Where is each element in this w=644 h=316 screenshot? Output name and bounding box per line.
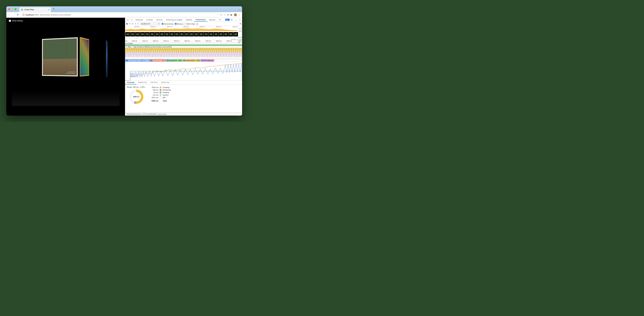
browser-tab[interactable]: Cover Flow × [19,7,51,12]
disclosure-icon[interactable] [126,46,127,48]
tab-summary[interactable]: Summary [125,81,136,84]
trash-icon[interactable]: 🗑 [196,23,198,25]
titlebar: Cover Flow × + ⌄ [6,6,242,12]
frame-thumb[interactable] [170,32,174,37]
inspect-icon[interactable]: ◱ [126,19,130,21]
legend-row: 2832 msScripting [149,86,171,89]
info-icon[interactable]: ⓘ [22,14,24,16]
filmstrip[interactable] [125,32,242,37]
frame-thumb[interactable] [140,32,145,37]
overview-ruler: 1000 ms 2000 ms 3000 ms 4000 ms 5000 ms … [125,26,242,28]
kebab-icon[interactable]: ⋮ [238,14,240,16]
frame-thumb[interactable] [150,32,154,37]
extensions-icon[interactable]: ✦ [227,14,229,16]
device-icon[interactable]: ▢ [130,19,134,21]
chevron-down-icon[interactable]: ⌄ [238,8,240,10]
coverflow-stage[interactable] [12,35,120,98]
close-icon[interactable]: × [238,19,242,21]
show-debug-toggle[interactable]: Show Debug [9,20,23,22]
frame-thumb[interactable] [125,32,130,37]
back-icon[interactable]: ← [8,14,10,16]
frame-thumb[interactable] [130,32,135,37]
counter-gpu[interactable]: GPU Memory [201,59,214,62]
show-debug-checkbox[interactable] [9,20,11,22]
profile-select[interactable]: localhost #1▾ [140,23,160,25]
gear-icon[interactable]: ⚙ [240,23,241,25]
page-viewport[interactable]: Show Debug [6,18,125,116]
frame-thumb[interactable] [194,32,199,37]
frame-thumb[interactable] [155,32,160,37]
frame-thumb[interactable] [184,32,189,37]
tab-sources[interactable]: Sources [154,18,164,22]
share-icon[interactable]: ⇪ [220,14,222,16]
screenshots-toggle[interactable]: Screenshots [162,23,174,25]
kebab-icon[interactable]: ⋮ [234,19,238,21]
tab-calltree[interactable]: Call Tree [148,81,159,84]
tab-console[interactable]: Console [145,18,154,22]
close-icon[interactable] [8,8,10,10]
frame-thumb[interactable] [174,32,179,37]
zoom-icon[interactable] [14,8,16,10]
memory-toggle[interactable]: Memory [175,23,184,25]
frame-thumb[interactable] [218,32,223,37]
tab-bottomup[interactable]: Bottom-Up [136,81,148,84]
cpu-chart [125,28,237,31]
frame-thumb[interactable] [209,32,214,37]
frame-thumb[interactable] [135,32,140,37]
frame-thumb[interactable] [160,32,164,37]
panel-icon[interactable]: ◧ [230,14,232,16]
frames-track[interactable]: Frames [125,43,242,46]
upload-icon[interactable]: ↥ [134,23,136,25]
frame-thumb[interactable] [179,32,184,37]
frame-thumb[interactable] [233,32,238,37]
frame-thumb[interactable] [204,32,208,37]
issues-badge[interactable]: ▤ 1 [225,19,230,21]
cover-main[interactable] [42,37,78,77]
frame-thumb[interactable] [145,32,150,37]
flame-chart[interactable] [125,48,242,59]
frame-thumb[interactable] [189,32,194,37]
profile-avatar[interactable] [234,14,237,16]
counter-docs[interactable]: Documents[6 – 7] [150,59,166,62]
tab-close-icon[interactable]: × [48,9,49,11]
tab-more[interactable]: ≫ [218,18,222,22]
reload-icon[interactable]: ⟳ [17,13,19,16]
learn-more-link[interactable]: Learn more [158,113,166,115]
tab-memory[interactable]: Memory [208,18,217,22]
minimize-icon[interactable] [12,8,13,10]
counter-listeners[interactable]: Listeners[163 – 355] [182,59,201,62]
counter-heap[interactable]: JS Heap[12.8 MB – 17.8 MB] [125,59,150,62]
overview-strip[interactable]: 1000 ms 2000 ms 3000 ms 4000 ms 5000 ms … [125,26,242,32]
gear-icon[interactable]: ⚙ [230,19,234,21]
cover-far[interactable] [106,40,108,77]
disclosure-icon[interactable] [126,43,127,44]
frame-thumb[interactable] [228,32,233,37]
legend-row: 112 msSystem [149,94,171,96]
browser-window: Cover Flow × + ⌄ ← → ⟳ ⓘ localhost:3000 … [6,6,242,116]
reload-record-icon[interactable]: ⟳ [129,23,130,25]
clear-icon[interactable]: ⊘ [132,23,133,25]
frame-thumb[interactable] [214,32,218,37]
heap-strip[interactable]: HEAP 12.8 MB – 17.8 MB [125,37,242,40]
legend-total: 5568 msTotal [149,99,171,102]
timeline-ruler[interactable]: ms 1000 ms 1500 ms 2000 ms 2500 ms 3000 … [125,40,242,43]
download-icon[interactable]: ↧ [137,23,138,25]
counter-nodes[interactable]: Nodes[375 – 382] [166,59,182,62]
webvitals-toggle[interactable]: Web Vitals [185,23,195,25]
frame-thumb[interactable] [199,32,204,37]
new-tab-icon[interactable]: + [53,8,54,11]
bookmark-icon[interactable]: ☆ [224,14,226,16]
tab-elements[interactable]: Elements [134,18,144,22]
forward-icon[interactable]: → [12,14,15,16]
tab-perf-insights[interactable]: Performance insights [164,18,184,22]
record-icon[interactable] [126,23,128,25]
tab-performance[interactable]: Performance [194,18,207,22]
url-input[interactable]: ⓘ localhost:3000 /demo/view-timeline-css… [21,13,218,17]
tab-network[interactable]: Network [184,18,194,22]
cover-mid[interactable] [80,37,89,77]
frame-thumb[interactable] [224,32,228,37]
tab-eventlog[interactable]: Event Log [159,81,171,84]
memory-chart[interactable] [125,62,242,81]
main-track[interactable]: Main — http://localhost:3000/demo/view-t… [125,46,242,59]
frame-thumb[interactable] [164,32,169,37]
